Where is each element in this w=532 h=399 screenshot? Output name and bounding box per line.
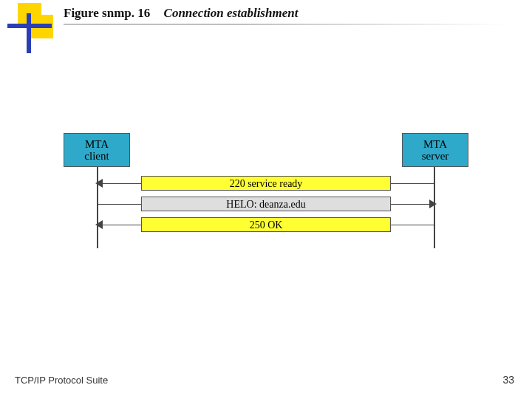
message-3: 250 OK <box>97 217 435 233</box>
corner-logo <box>7 3 52 55</box>
sequence-diagram: MTA client MTA server 220 service ready … <box>52 133 480 259</box>
page-number: 33 <box>502 374 514 386</box>
endpoint-server: MTA server <box>402 133 468 167</box>
arrow-left-icon <box>95 220 103 229</box>
endpoint-client-l2: client <box>64 150 129 163</box>
endpoint-client-l1: MTA <box>64 138 129 151</box>
message-1-label: 220 service ready <box>141 176 391 191</box>
arrow-left-icon <box>95 179 103 188</box>
message-2: HELO: deanza.edu <box>97 197 435 213</box>
message-1: 220 service ready <box>97 176 435 192</box>
figure-number: Figure snmp. 16 <box>64 6 150 20</box>
arrow-right-icon <box>429 200 437 208</box>
endpoint-server-l2: server <box>403 150 468 163</box>
title-underline <box>64 24 507 25</box>
message-2-label: HELO: deanza.edu <box>141 197 391 211</box>
slide: Figure snmp. 16 Connection establishment… <box>0 0 532 399</box>
message-3-label: 250 OK <box>141 217 391 232</box>
footer-text: TCP/IP Protocol Suite <box>15 375 108 386</box>
figure-caption: Connection establishment <box>164 6 299 20</box>
endpoint-client: MTA client <box>64 133 130 167</box>
figure-title: Figure snmp. 16 Connection establishment <box>64 6 298 21</box>
endpoint-server-l1: MTA <box>403 138 468 151</box>
